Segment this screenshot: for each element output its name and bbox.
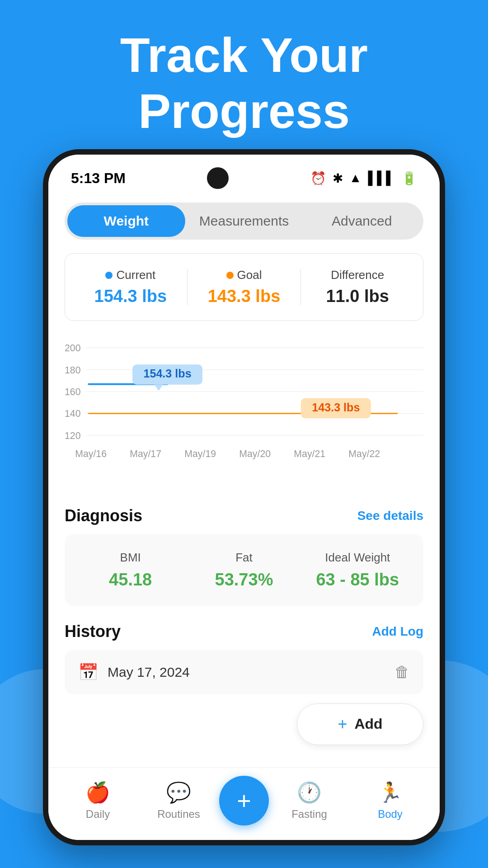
fasting-icon: 🕐 xyxy=(297,781,322,804)
bluetooth-icon: ✱ xyxy=(333,171,343,186)
fat-item: Fat 53.73% xyxy=(187,551,300,590)
summary-card: Current 154.3 lbs Goal 143.3 lbs Differe… xyxy=(65,253,423,321)
body-icon: 🏃 xyxy=(378,781,403,804)
history-item: 📅 May 17, 2024 🗑 xyxy=(65,650,423,694)
nav-daily[interactable]: 🍎 Daily xyxy=(57,781,138,821)
header-line2: Progress xyxy=(36,83,452,139)
chart-container: 200 180 160 140 120 xyxy=(65,335,423,490)
add-log-link[interactable]: Add Log xyxy=(372,624,423,639)
fasting-label: Fasting xyxy=(291,808,327,821)
add-plus-icon: + xyxy=(338,715,347,734)
bottom-nav: 🍎 Daily 💬 Routines + 🕐 Fasting 🏃 Body xyxy=(48,767,440,840)
difference-label: Difference xyxy=(301,268,414,282)
svg-text:May/22: May/22 xyxy=(348,448,380,459)
scroll-content: Weight Measurements Advanced Current 154… xyxy=(48,193,440,767)
svg-text:May/16: May/16 xyxy=(75,448,107,459)
calendar-icon: 📅 xyxy=(78,663,99,682)
difference-item: Difference 11.0 lbs xyxy=(301,268,414,306)
fab-plus-icon: + xyxy=(237,787,251,815)
fab-add-button[interactable]: + xyxy=(219,776,269,826)
nav-routines[interactable]: 💬 Routines xyxy=(138,781,219,821)
current-value: 154.3 lbs xyxy=(74,287,187,306)
current-label: Current xyxy=(74,268,187,282)
status-bar: 5:13 PM ⏰ ✱ ▲ ▌▌▌ 🔋 xyxy=(48,155,440,193)
wifi-icon: ▲ xyxy=(349,171,362,185)
add-label: Add xyxy=(354,716,382,732)
svg-text:May/21: May/21 xyxy=(294,448,325,459)
add-button[interactable]: + Add xyxy=(297,703,423,745)
tab-measurements[interactable]: Measurements xyxy=(185,205,303,237)
weight-chart: 200 180 160 140 120 xyxy=(65,339,423,484)
svg-text:180: 180 xyxy=(65,365,81,376)
diagnosis-header: Diagnosis See details xyxy=(65,506,423,525)
svg-text:May/19: May/19 xyxy=(184,448,216,459)
status-time: 5:13 PM xyxy=(71,170,126,187)
status-icons: ⏰ ✱ ▲ ▌▌▌ 🔋 xyxy=(310,171,417,186)
phone-inner: 5:13 PM ⏰ ✱ ▲ ▌▌▌ 🔋 Weight Measurements … xyxy=(48,155,440,840)
svg-text:May/20: May/20 xyxy=(239,448,271,459)
svg-text:120: 120 xyxy=(65,430,81,441)
battery-icon: 🔋 xyxy=(401,171,417,186)
goal-label: Goal xyxy=(188,268,300,282)
fat-value: 53.73% xyxy=(187,570,300,590)
fat-label: Fat xyxy=(187,551,300,565)
tab-weight[interactable]: Weight xyxy=(67,205,185,237)
nav-body[interactable]: 🏃 Body xyxy=(350,781,431,821)
history-date: May 17, 2024 xyxy=(108,665,190,680)
svg-text:May/17: May/17 xyxy=(130,448,161,459)
current-dot xyxy=(105,272,113,279)
svg-text:140: 140 xyxy=(65,408,81,419)
routines-icon: 💬 xyxy=(166,781,191,804)
current-weight-item: Current 154.3 lbs xyxy=(74,268,187,306)
bmi-value: 45.18 xyxy=(74,570,187,590)
svg-text:154.3 lbs: 154.3 lbs xyxy=(143,367,191,380)
svg-text:160: 160 xyxy=(65,387,81,397)
ideal-weight-item: Ideal Weight 63 - 85 lbs xyxy=(301,551,414,590)
bmi-label: BMI xyxy=(74,551,187,565)
difference-value: 11.0 lbs xyxy=(301,287,414,306)
svg-text:143.3 lbs: 143.3 lbs xyxy=(312,401,360,414)
daily-icon: 🍎 xyxy=(85,781,110,804)
ideal-weight-value: 63 - 85 lbs xyxy=(301,570,414,590)
svg-marker-13 xyxy=(155,385,163,391)
delete-icon[interactable]: 🗑 xyxy=(394,663,410,681)
history-title: History xyxy=(65,622,121,641)
tab-advanced[interactable]: Advanced xyxy=(303,205,421,237)
bmi-item: BMI 45.18 xyxy=(74,551,187,590)
header-text: Track Your Progress xyxy=(0,27,488,139)
ideal-weight-label: Ideal Weight xyxy=(301,551,414,565)
history-header: History Add Log xyxy=(65,622,423,641)
body-label: Body xyxy=(378,808,403,821)
see-details-link[interactable]: See details xyxy=(357,509,423,523)
phone-mockup: 5:13 PM ⏰ ✱ ▲ ▌▌▌ 🔋 Weight Measurements … xyxy=(43,149,445,845)
svg-text:200: 200 xyxy=(65,343,81,354)
tab-bar: Weight Measurements Advanced xyxy=(65,203,423,240)
diagnosis-title: Diagnosis xyxy=(65,506,142,525)
goal-weight-item: Goal 143.3 lbs xyxy=(188,268,300,306)
alarm-icon: ⏰ xyxy=(310,171,326,186)
nav-fasting[interactable]: 🕐 Fasting xyxy=(269,781,350,821)
header-line1: Track Your xyxy=(36,27,452,83)
history-left: 📅 May 17, 2024 xyxy=(78,663,190,682)
camera-notch xyxy=(207,167,229,189)
diagnosis-card: BMI 45.18 Fat 53.73% Ideal Weight 63 - 8… xyxy=(65,534,423,606)
daily-label: Daily xyxy=(86,808,110,821)
goal-dot xyxy=(226,272,234,279)
goal-value: 143.3 lbs xyxy=(188,287,300,306)
routines-label: Routines xyxy=(157,808,200,821)
signal-icon: ▌▌▌ xyxy=(368,171,395,185)
